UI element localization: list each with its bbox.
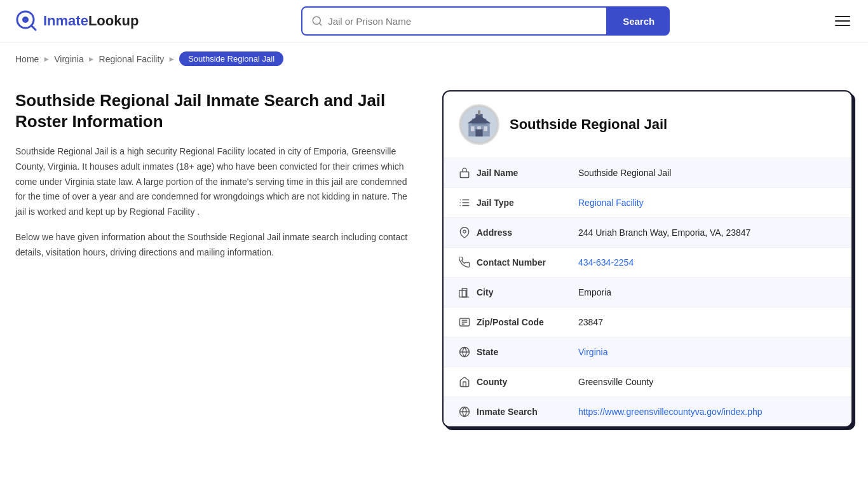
svg-line-2: [31, 25, 36, 30]
info-table: Jail Name Southside Regional Jail Jail T…: [444, 158, 851, 426]
left-column: Southside Regional Jail Inmate Search an…: [15, 90, 422, 271]
inmate-search-link[interactable]: https://www.greensvillecountyva.gov/inde…: [578, 407, 763, 417]
breadcrumb-regional-facility[interactable]: Regional Facility: [99, 54, 165, 64]
city-icon: [459, 287, 477, 298]
breadcrumb-current: Southside Regional Jail: [179, 51, 283, 66]
page-desc-2: Below we have given information about th…: [15, 230, 409, 261]
county-label: County: [477, 377, 578, 387]
svg-rect-14: [478, 111, 480, 115]
zip-icon: [459, 316, 477, 328]
zip-label: Zip/Postal Code: [477, 317, 578, 327]
search-bar: Search: [301, 6, 670, 36]
jail-name-value: Southside Regional Jail: [578, 168, 671, 178]
county-icon: [459, 376, 477, 388]
page-desc-1: Southside Regional Jail is a high securi…: [15, 144, 409, 220]
address-value: 244 Uriah Branch Way, Emporia, VA, 23847: [578, 227, 750, 238]
table-row: Zip/Postal Code 23847: [444, 308, 851, 337]
card-header: Southside Regional Jail: [444, 92, 851, 158]
breadcrumb: Home ► Virginia ► Regional Facility ► So…: [0, 43, 868, 75]
table-row: County Greensville County: [444, 367, 851, 397]
building-icon: [461, 107, 497, 142]
svg-line-4: [320, 23, 322, 25]
address-label: Address: [477, 227, 578, 238]
table-row: State Virginia: [444, 337, 851, 367]
svg-rect-11: [484, 126, 487, 131]
logo-text: InmateLookup: [43, 13, 139, 29]
hamburger-line-2: [835, 20, 850, 22]
main-content: Southside Regional Jail Inmate Search an…: [0, 75, 868, 453]
globe-icon: [459, 346, 477, 358]
state-link[interactable]: Virginia: [578, 347, 607, 357]
logo[interactable]: InmateLookup: [15, 10, 139, 32]
location-icon: [459, 227, 477, 238]
list-icon: [459, 197, 477, 208]
menu-button[interactable]: [832, 13, 853, 29]
state-value: Virginia: [578, 347, 607, 357]
hamburger-line-1: [835, 16, 850, 17]
inmate-search-label: Inmate Search: [477, 407, 578, 417]
jail-type-link[interactable]: Regional Facility: [578, 198, 644, 208]
table-row: Address 244 Uriah Branch Way, Emporia, V…: [444, 218, 851, 248]
inmate-search-icon: [459, 406, 477, 417]
facility-avatar: [459, 104, 499, 145]
table-row: Inmate Search https://www.greensvillecou…: [444, 397, 851, 426]
svg-rect-23: [459, 290, 466, 297]
search-icon: [311, 15, 323, 27]
table-row: City Emporia: [444, 278, 851, 308]
card-title: Southside Regional Jail: [510, 116, 667, 133]
hamburger-line-3: [835, 25, 850, 26]
table-row: Jail Type Regional Facility: [444, 188, 851, 218]
logo-icon: [15, 10, 38, 32]
contact-link[interactable]: 434-634-2254: [578, 257, 634, 268]
breadcrumb-sep-2: ►: [88, 55, 95, 64]
breadcrumb-sep-1: ►: [43, 55, 50, 64]
breadcrumb-virginia[interactable]: Virginia: [54, 54, 83, 64]
svg-point-1: [22, 17, 29, 23]
breadcrumb-home[interactable]: Home: [15, 54, 39, 64]
jail-type-label: Jail Type: [477, 198, 578, 208]
city-value: Emporia: [578, 287, 611, 297]
info-card: Southside Regional Jail Jail Name Souths…: [442, 90, 853, 428]
state-label: State: [477, 347, 578, 357]
search-input-wrap: [301, 6, 607, 36]
table-row: Jail Name Southside Regional Jail: [444, 158, 851, 188]
city-label: City: [477, 287, 578, 297]
table-row: Contact Number 434-634-2254: [444, 248, 851, 278]
right-column: Southside Regional Jail Jail Name Souths…: [442, 90, 853, 428]
svg-rect-9: [471, 126, 475, 131]
inmate-search-value: https://www.greensvillecountyva.gov/inde…: [578, 407, 763, 417]
breadcrumb-sep-3: ►: [168, 55, 175, 64]
site-header: InmateLookup Search: [0, 0, 868, 43]
contact-label: Contact Number: [477, 257, 578, 268]
svg-rect-12: [475, 129, 482, 136]
svg-point-22: [463, 230, 466, 233]
jail-icon: [459, 167, 477, 179]
phone-icon: [459, 257, 477, 268]
contact-value: 434-634-2254: [578, 257, 634, 268]
zip-value: 23847: [578, 317, 603, 327]
search-input[interactable]: [328, 16, 597, 27]
svg-rect-15: [460, 172, 469, 178]
jail-name-label: Jail Name: [477, 168, 578, 178]
page-title: Southside Regional Jail Inmate Search an…: [15, 90, 409, 132]
jail-type-value: Regional Facility: [578, 198, 644, 208]
search-button[interactable]: Search: [607, 6, 670, 36]
county-value: Greensville County: [578, 377, 653, 387]
